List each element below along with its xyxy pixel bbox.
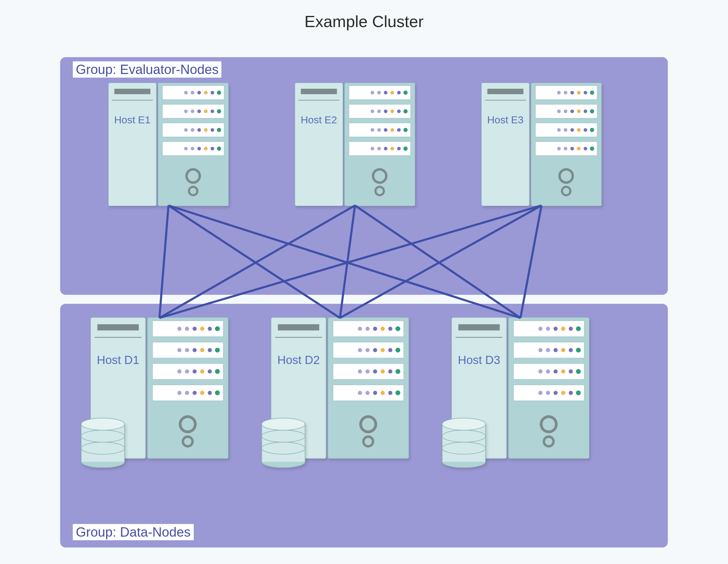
group-evaluator-label: Group: Evaluator-Nodes bbox=[73, 61, 221, 78]
server-label: Host D2 bbox=[277, 353, 320, 366]
host-d1: Host D1 bbox=[90, 317, 229, 459]
host-e3: Host E3 bbox=[481, 83, 602, 206]
host-e2: Host E2 bbox=[295, 83, 415, 206]
storage-icon bbox=[441, 417, 487, 468]
server-icon: Host E1 bbox=[108, 83, 229, 206]
server-label: Host E1 bbox=[114, 114, 151, 125]
server-label: Host D1 bbox=[97, 353, 139, 366]
group-data: Group: Data-Nodes Host D1 Host D2 Host D… bbox=[60, 304, 668, 547]
server-label: Host E3 bbox=[487, 114, 524, 125]
server-icon: Host E2 bbox=[295, 83, 415, 206]
host-e1: Host E1 bbox=[108, 83, 229, 206]
server-label: Host D3 bbox=[458, 353, 500, 366]
cluster: Group: Evaluator-Nodes Host E1 Host E2 H… bbox=[60, 57, 668, 547]
page: Example Cluster Group: Evaluator-Nodes H… bbox=[0, 0, 728, 564]
storage-icon bbox=[260, 417, 307, 468]
host-d3: Host D3 bbox=[451, 317, 590, 459]
server-label: Host E2 bbox=[301, 114, 337, 125]
server-icon: Host E3 bbox=[481, 83, 602, 206]
host-d2: Host D2 bbox=[271, 317, 409, 459]
cluster-title: Example Cluster bbox=[0, 12, 728, 31]
storage-icon bbox=[80, 417, 126, 468]
group-evaluator: Group: Evaluator-Nodes Host E1 Host E2 H… bbox=[60, 57, 668, 295]
group-data-label: Group: Data-Nodes bbox=[73, 524, 194, 540]
